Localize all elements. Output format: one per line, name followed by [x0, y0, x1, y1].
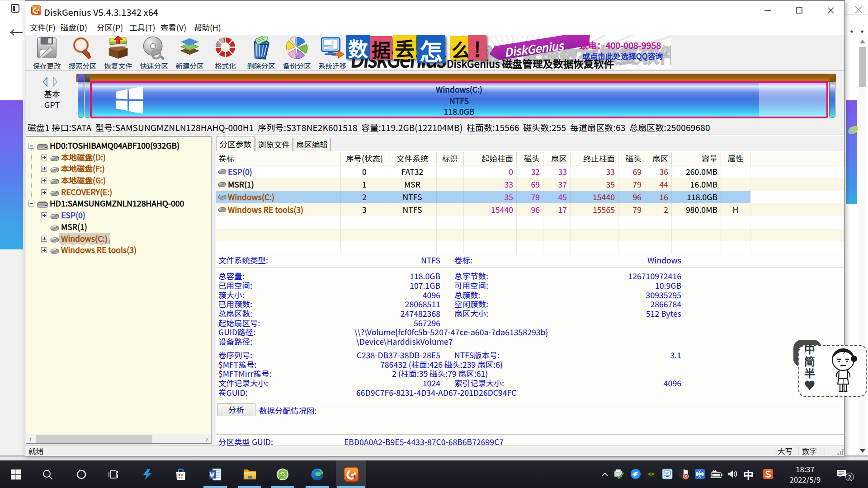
menu-item-1[interactable]: 磁盘(D): [58, 20, 90, 35]
taskbar-search-icon[interactable]: [42, 469, 53, 480]
close-button[interactable]: [816, 1, 845, 20]
tree-expand-plus-icon[interactable]: [41, 166, 47, 172]
tree-item-6[interactable]: ESP(0): [26, 209, 211, 221]
tray-icon-wrap[interactable]: [678, 469, 689, 482]
cortana-button[interactable]: [67, 460, 95, 488]
column-header-1[interactable]: 序号(状态): [341, 152, 388, 165]
word-icon[interactable]: [208, 468, 222, 481]
background-scrollbar[interactable]: [859, 37, 866, 462]
taskbar-store[interactable]: [167, 460, 195, 488]
maximize-button[interactable]: [785, 1, 814, 20]
tray-icon-wrap[interactable]: [630, 469, 641, 482]
scroll-down-icon[interactable]: [860, 449, 865, 453]
tab-1[interactable]: 浏览文件: [255, 138, 293, 151]
toolbar-button-search[interactable]: 搜索分区: [65, 36, 100, 70]
tray-sogou-icon[interactable]: [763, 469, 774, 479]
menu-item-2[interactable]: 分区(P): [94, 20, 126, 35]
tree-h-scrollbar[interactable]: ‹›: [26, 434, 211, 443]
tray-battery-icon[interactable]: [710, 469, 723, 479]
tray-nvidia-icon[interactable]: [646, 469, 657, 479]
taskbar-thunder[interactable]: [133, 460, 161, 488]
start-icon[interactable]: [10, 469, 21, 480]
tree-item-1[interactable]: 本地磁盘(D:): [26, 151, 211, 163]
tray-snowflake-icon[interactable]: [694, 469, 705, 479]
tree-item-5[interactable]: HD1:SAMSUNGMZNLN128HAHQ-000: [26, 197, 211, 209]
table-row-0[interactable]: ESP(0)0FAT3203233336936260.0MB: [216, 165, 844, 178]
toolbar-button-quick[interactable]: 快速分区: [136, 36, 172, 70]
tree-expand-minus-icon[interactable]: [28, 143, 34, 149]
menu-item-3[interactable]: 工具(T): [127, 20, 158, 35]
thunder-icon[interactable]: [142, 469, 153, 480]
tray-ime-indicator[interactable]: 中: [743, 467, 754, 482]
tray-defender-icon[interactable]: [678, 469, 689, 479]
column-header-5[interactable]: 磁头: [517, 152, 543, 165]
column-header-11[interactable]: 属性: [721, 152, 750, 165]
taskbar-explorer[interactable]: [236, 460, 264, 488]
menu-item-4[interactable]: 查看(V): [158, 20, 189, 35]
tree-expand-plus-icon[interactable]: [41, 247, 47, 253]
tray-intel-icon[interactable]: [662, 469, 673, 479]
taskbar-diskgenius[interactable]: [336, 460, 366, 488]
toolbar-button-newpart[interactable]: 新建分区: [172, 36, 208, 70]
tree-item-4[interactable]: RECOVERY(E:): [26, 186, 211, 198]
tab-0[interactable]: 分区参数: [217, 136, 255, 151]
toolbar-button-migrate[interactable]: 系统迁移: [315, 36, 350, 70]
task-view-button[interactable]: [99, 460, 127, 488]
toolbar-button-recover[interactable]: 恢复文件: [100, 36, 136, 70]
toolbar-button-delete[interactable]: 删除分区: [243, 36, 279, 70]
minimize-button[interactable]: [753, 1, 782, 20]
task-view-icon[interactable]: [108, 469, 119, 480]
tree-expand-plus-icon[interactable]: [41, 178, 47, 183]
partition-msr[interactable]: [85, 74, 90, 118]
scroll-left-icon[interactable]: ‹: [26, 434, 35, 443]
column-header-6[interactable]: 扇区: [543, 152, 571, 165]
explorer-icon[interactable]: [243, 468, 256, 481]
tree-item-9[interactable]: Windows RE tools(3): [26, 244, 211, 256]
tray-volume-icon[interactable]: [727, 469, 739, 479]
tree-expand-minus-icon[interactable]: [28, 201, 34, 206]
toolbar-button-format[interactable]: 格式化: [208, 36, 243, 70]
partition-re-tools[interactable]: [829, 74, 835, 118]
column-header-2[interactable]: 文件系统: [388, 152, 437, 165]
tree-item-8[interactable]: Windows(C:): [26, 233, 211, 244]
tab-2[interactable]: 扇区编辑: [293, 138, 331, 151]
column-header-3[interactable]: 标识: [437, 152, 464, 165]
table-row-2[interactable]: Windows(C:)2NTFS357945154409616118.0GB: [216, 191, 844, 203]
store-icon[interactable]: [175, 468, 187, 481]
tree-expand-plus-icon[interactable]: [41, 155, 47, 160]
tray-icon-wrap[interactable]: [601, 470, 609, 481]
more-options-icon[interactable]: •••: [847, 24, 868, 38]
tree-expand-plus-icon[interactable]: [41, 236, 47, 242]
tree-item-2[interactable]: 本地磁盘(F:): [26, 163, 211, 174]
column-header-0[interactable]: 卷标: [216, 152, 341, 165]
column-header-4[interactable]: 起始柱面: [464, 152, 517, 165]
taskbar-clock[interactable]: 18:372022/5/9: [784, 464, 826, 485]
analyze-button[interactable]: 分析: [217, 404, 255, 416]
tray-icon-wrap[interactable]: [646, 469, 657, 482]
taskbar-edge[interactable]: [303, 460, 331, 488]
disk-nav[interactable]: [42, 77, 61, 87]
cortana-icon[interactable]: [76, 469, 87, 480]
banner-qq-line[interactable]: 或点击此处选择QQ咨询: [582, 50, 663, 61]
menu-item-0[interactable]: 文件(F): [27, 20, 58, 35]
taskbar-search[interactable]: [33, 460, 61, 488]
scroll-right-icon[interactable]: ›: [203, 434, 211, 443]
table-row-1[interactable]: MSR(1)1MSR33693735794416.0MB: [216, 178, 844, 191]
notification-center[interactable]: 2: [835, 468, 854, 481]
column-header-10[interactable]: 容量: [672, 152, 721, 165]
table-row-3[interactable]: Windows RE tools(3)3NTFS1544096171556579…: [216, 203, 844, 216]
ad-banner[interactable]: 磁盘管理数据恢复软件DiskGenius数据丢怎么!DiskGenius致电：4…: [346, 35, 671, 69]
menu-item-5[interactable]: 帮助(H): [191, 20, 224, 35]
disk-nav-arrows[interactable]: [42, 77, 61, 87]
hidden-icons-chevron[interactable]: [601, 471, 609, 479]
tray-messenger-icon[interactable]: [630, 469, 641, 479]
taskbar-word[interactable]: [201, 460, 229, 488]
tree-item-3[interactable]: 本地磁盘(G:): [26, 174, 211, 186]
scroll-thumb[interactable]: [859, 47, 866, 87]
toolbar-button-backup[interactable]: 备份分区: [279, 36, 315, 70]
background-close-icon[interactable]: [855, 6, 863, 14]
partition-esp[interactable]: [78, 74, 84, 118]
column-header-7[interactable]: 终止柱面: [571, 152, 618, 165]
title-bar[interactable]: DiskGenius V5.4.3.1342 x64: [25, 1, 844, 20]
tray-safe-icon[interactable]: [613, 469, 624, 479]
